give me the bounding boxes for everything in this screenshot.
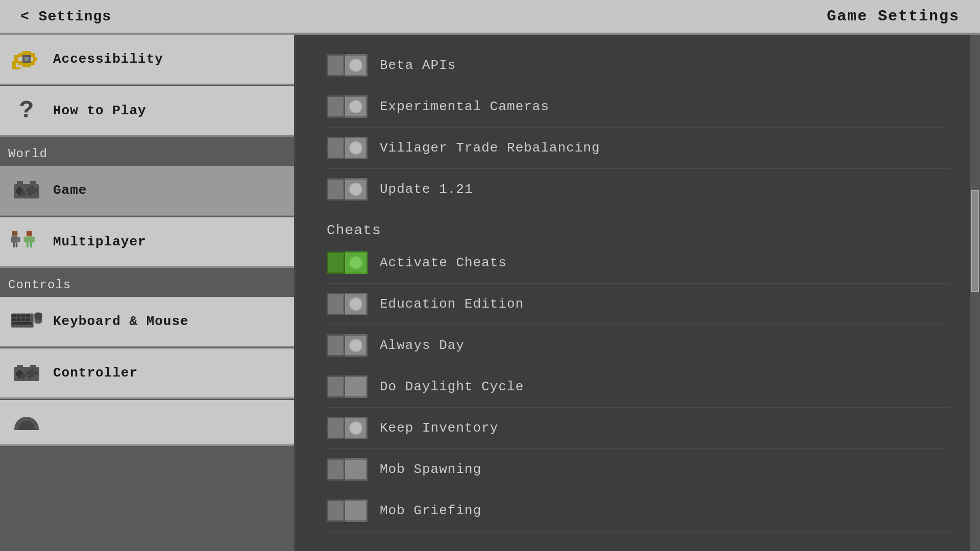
toggle-circle	[349, 421, 362, 435]
toggle-right	[345, 95, 368, 118]
setting-row-villager-trade[interactable]: Villager Trade Rebalancing	[327, 128, 949, 169]
setting-label-do-daylight-cycle: Do Daylight Cycle	[380, 379, 524, 394]
game-controller-icon	[10, 174, 43, 207]
svg-rect-47	[17, 314, 20, 317]
svg-rect-15	[24, 57, 29, 61]
setting-row-activate-cheats[interactable]: Activate Cheats	[327, 242, 949, 284]
toggle-education-edition[interactable]	[327, 293, 368, 315]
svg-rect-59	[17, 365, 23, 369]
sidebar-item-game[interactable]: Game	[0, 166, 294, 216]
setting-row-experimental-cameras[interactable]: Experimental Cameras	[327, 86, 949, 128]
page-title: Game Settings	[827, 8, 960, 25]
toggle-right-green	[345, 252, 368, 274]
back-label[interactable]: < Settings	[20, 9, 111, 24]
svg-rect-49	[26, 314, 30, 317]
setting-label-always-day: Always Day	[380, 338, 464, 353]
setting-label-villager-trade: Villager Trade Rebalancing	[380, 140, 600, 156]
sidebar-item-partial[interactable]	[0, 400, 294, 446]
toggle-right-slider	[345, 458, 368, 481]
setting-row-keep-inventory[interactable]: Keep Inventory	[327, 408, 949, 449]
setting-row-beta-apis[interactable]: Beta APIs	[327, 45, 949, 86]
svg-rect-39	[27, 243, 29, 247]
svg-rect-3	[27, 51, 31, 55]
setting-row-mob-griefing[interactable]: Mob Griefing	[327, 490, 949, 532]
toggle-update-1-21[interactable]	[327, 178, 368, 201]
sidebar-item-accessibility[interactable]: Accessibility	[0, 35, 294, 85]
setting-row-do-daylight-cycle[interactable]: Do Daylight Cycle	[327, 366, 949, 408]
svg-rect-27	[17, 181, 23, 183]
setting-label-update-1-21: Update 1.21	[380, 182, 473, 197]
svg-rect-40	[30, 243, 32, 247]
main-content: Accessibility ? How to Play World	[0, 35, 980, 551]
svg-rect-42	[16, 233, 17, 234]
multiplayer-icon	[10, 226, 43, 258]
sidebar-item-controller-label: Controller	[53, 365, 138, 381]
toggle-circle	[349, 59, 362, 72]
toggle-left-slider	[327, 375, 345, 398]
toggle-left	[327, 334, 345, 357]
sidebar-item-multiplayer-label: Multiplayer	[53, 234, 146, 249]
toggle-left	[327, 54, 345, 77]
svg-rect-48	[21, 314, 25, 317]
toggle-mob-griefing[interactable]	[327, 499, 368, 522]
toggle-villager-trade[interactable]	[327, 137, 368, 159]
setting-label-mob-griefing: Mob Griefing	[380, 503, 481, 518]
setting-label-keep-inventory: Keep Inventory	[380, 420, 498, 436]
svg-rect-12	[12, 65, 16, 69]
setting-row-mob-spawning[interactable]: Mob Spawning	[327, 449, 949, 490]
svg-rect-60	[30, 365, 36, 369]
toggle-circle	[349, 183, 362, 196]
sidebar-item-how-to-play[interactable]: ? How to Play	[0, 86, 294, 137]
svg-rect-0	[14, 55, 18, 59]
svg-rect-4	[31, 53, 35, 57]
sidebar-item-keyboard-mouse[interactable]: Keyboard & Mouse	[0, 297, 294, 347]
svg-rect-7	[27, 63, 31, 67]
toggle-keep-inventory[interactable]	[327, 417, 368, 439]
svg-rect-9	[18, 61, 22, 65]
sidebar: Accessibility ? How to Play World	[0, 35, 296, 551]
svg-rect-50	[12, 318, 16, 321]
svg-point-68	[28, 373, 33, 379]
svg-rect-8	[22, 63, 27, 67]
sidebar-item-multiplayer[interactable]: Multiplayer	[0, 217, 294, 268]
toggle-left	[327, 178, 345, 201]
svg-rect-32	[17, 237, 20, 242]
right-panel: Beta APIs Experimental Cameras Villager …	[296, 35, 980, 551]
toggle-left-slider	[327, 499, 345, 522]
toggle-beta-apis[interactable]	[327, 54, 368, 77]
back-button[interactable]: < Settings	[20, 9, 111, 24]
scrollbar-track	[970, 35, 980, 551]
toggle-activate-cheats[interactable]	[327, 252, 368, 274]
setting-row-always-day[interactable]: Always Day	[327, 325, 949, 366]
toggle-left	[327, 137, 345, 159]
toggle-always-day[interactable]	[327, 334, 368, 357]
toggle-experimental-cameras[interactable]	[327, 95, 368, 118]
toggle-right	[345, 54, 368, 77]
toggle-circle	[349, 141, 362, 155]
svg-point-25	[20, 191, 26, 196]
svg-rect-28	[30, 181, 36, 183]
svg-rect-6	[31, 61, 35, 65]
setting-row-update-1-21[interactable]: Update 1.21	[327, 169, 949, 210]
svg-rect-2	[22, 51, 27, 55]
toggle-right-slider	[345, 499, 368, 522]
svg-rect-43	[28, 233, 29, 234]
cheats-section-header: Cheats	[327, 210, 949, 242]
svg-rect-36	[26, 236, 33, 242]
svg-point-63	[30, 369, 34, 373]
toggle-right	[345, 293, 368, 315]
toggle-right	[345, 137, 368, 159]
toggle-mob-spawning[interactable]	[327, 458, 368, 481]
sidebar-item-controller[interactable]: Controller	[0, 348, 294, 399]
controller2-icon	[10, 357, 43, 389]
svg-rect-31	[11, 237, 14, 242]
scrollbar-thumb[interactable]	[971, 190, 979, 292]
header: < Settings Game Settings	[0, 0, 980, 35]
toggle-do-daylight-cycle[interactable]	[327, 375, 368, 398]
setting-row-education-edition[interactable]: Education Edition	[327, 284, 949, 325]
setting-label-beta-apis: Beta APIs	[380, 58, 456, 73]
svg-point-21	[30, 186, 34, 190]
svg-rect-35	[27, 231, 32, 237]
svg-point-64	[34, 371, 38, 375]
svg-rect-29	[12, 231, 18, 237]
